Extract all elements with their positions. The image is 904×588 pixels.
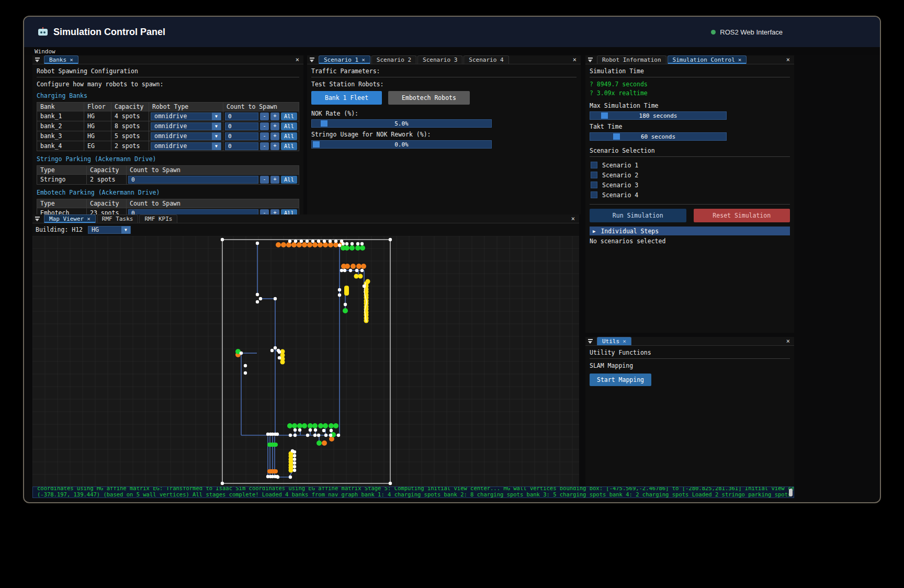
tab-close-icon[interactable]: × [738,56,742,63]
increment-button[interactable]: + [270,132,279,140]
scenario-4-checkbox[interactable] [591,191,597,198]
banks-heading: Robot Spawning Configuration [37,67,299,75]
nav-graph-svg [32,236,579,487]
dock-float-icon[interactable] [35,58,40,63]
scenario-1-checkbox[interactable] [591,162,597,168]
chevron-down-icon[interactable]: ▼ [212,132,221,140]
all-button[interactable]: All [281,176,297,184]
cell-bank: bank_3 [37,131,84,141]
reset-simulation-button[interactable]: Reset Simulation [694,209,790,222]
tab-label: Utils [602,338,619,345]
tab-scenario-4[interactable]: Scenario 4 [464,55,508,64]
tab-close-icon[interactable]: × [87,216,91,222]
tab-utils[interactable]: Utils × [597,337,631,345]
decrement-button[interactable]: - [260,132,269,140]
individual-steps-header[interactable]: ▶ Individual Steps [590,227,790,235]
building-dropdown[interactable]: HG ▼ [88,226,131,234]
robot-type-dropdown[interactable]: omnidrive▼ [151,122,221,130]
decrement-button[interactable]: - [260,142,269,150]
cell-capacity: 4 spots [111,111,149,121]
panel-close-icon[interactable]: × [573,56,577,63]
table-row: bank_3 HG 5 spots omnidrive▼ 0 - + All [37,131,299,141]
map-panel: Map Viewer × RMF Tasks RMF KPIs × Buildi… [32,214,579,487]
robot-type-dropdown[interactable]: omnidrive▼ [151,142,221,150]
tab-rmf-kpis[interactable]: RMF KPIs [139,214,177,223]
decrement-button[interactable]: - [260,176,269,184]
tab-close-icon[interactable]: × [70,56,73,63]
cell-floor: HG [84,131,111,141]
cell-capacity: 2 spots [111,141,149,151]
increment-button[interactable]: + [270,112,279,120]
count-input[interactable]: 0 [225,132,258,140]
panel-close-icon[interactable]: × [296,56,299,63]
count-input[interactable]: 0 [225,142,258,150]
dock-float-icon[interactable] [35,217,40,222]
start-mapping-button[interactable]: Start Mapping [590,374,651,386]
count-input[interactable]: 0 [225,112,258,120]
decrement-button[interactable]: - [260,112,269,120]
map-canvas[interactable] [32,236,579,487]
tab-scenario-3[interactable]: Scenario 3 [417,55,462,64]
stringo-usage-label: Stringo Usage for NOK Rework (%): [311,131,577,138]
tab-robot-information[interactable]: Robot Information [597,55,666,64]
max-sim-time-slider[interactable]: 180 seconds [590,111,727,120]
title-bar: Simulation Control Panel ROS2 Web Interf… [24,17,880,47]
count-input[interactable]: 0 [128,176,258,184]
dropdown-value: omnidrive [154,132,187,140]
building-label: Building: H12 [36,226,83,233]
takt-time-label: Takt Time [590,123,790,130]
panel-close-icon[interactable]: × [786,337,790,345]
chevron-down-icon[interactable]: ▼ [212,122,221,130]
tab-scenario-2[interactable]: Scenario 2 [371,55,416,64]
menu-window[interactable]: Window [35,48,55,55]
scenario-2-checkbox[interactable] [591,172,597,178]
col-capacity: Capacity [111,103,149,111]
all-button[interactable]: All [281,142,297,150]
cell-type: Stringo [37,175,87,185]
robot-type-dropdown[interactable]: omnidrive▼ [151,132,221,140]
tab-simulation-control[interactable]: Simulation Control × [668,55,747,64]
chevron-down-icon[interactable]: ▼ [212,112,221,120]
divider [590,204,790,205]
all-button[interactable]: All [281,132,297,140]
dock-float-icon[interactable] [587,58,593,63]
tab-close-icon[interactable]: × [361,56,365,63]
chevron-down-icon[interactable]: ▼ [121,226,130,234]
tab-banks[interactable]: Banks × [44,55,78,64]
panel-close-icon[interactable]: × [571,215,575,222]
dock-float-icon[interactable] [587,339,593,344]
checkbox-label: Scenario 1 [602,162,638,169]
dock-float-icon[interactable] [309,58,315,63]
takt-time-slider[interactable]: 60 seconds [590,132,727,141]
simulation-time-label: Simulation Time [590,67,790,75]
tab-map-viewer[interactable]: Map Viewer × [44,214,96,223]
stringo-usage-slider[interactable]: 0.0% [311,140,492,149]
increment-button[interactable]: + [270,142,279,150]
scenario-3-checkbox[interactable] [591,182,597,188]
col-type: Type [37,199,87,208]
increment-button[interactable]: + [270,176,279,184]
embotech-robots-button[interactable]: Embotech Robots [388,91,470,105]
tab-close-icon[interactable]: × [623,338,626,345]
panel-close-icon[interactable]: × [786,56,790,63]
statusbar-scrollbar[interactable] [789,489,793,496]
nok-rate-slider[interactable]: 5.0% [311,119,492,128]
log-status-bar[interactable]: coordinates using HG affine matrix EG: T… [32,487,794,498]
robot-type-dropdown[interactable]: omnidrive▼ [151,112,221,120]
col-count: Count to Spawn [127,166,299,175]
bank1-fleet-button[interactable]: Bank 1 Fleet [311,91,382,105]
all-button[interactable]: All [281,122,297,130]
scenario-1-row: Scenario 1 [591,160,790,170]
tab-scenario-1[interactable]: Scenario 1 × [319,55,370,64]
count-input[interactable]: 0 [225,122,258,130]
expand-arrow-icon[interactable]: ▶ [593,229,595,234]
chevron-down-icon[interactable]: ▼ [212,142,221,150]
decrement-button[interactable]: - [260,122,269,130]
run-simulation-button[interactable]: Run Simulation [590,209,686,222]
log-line-2: (-378.197, 139.447) (based on 5 wall ver… [37,491,794,497]
all-button[interactable]: All [281,112,297,120]
slam-mapping-label: SLAM Mapping [590,362,790,369]
tab-rmf-tasks[interactable]: RMF Tasks [97,214,139,223]
increment-button[interactable]: + [270,122,279,130]
connection-status-icon [711,30,716,35]
